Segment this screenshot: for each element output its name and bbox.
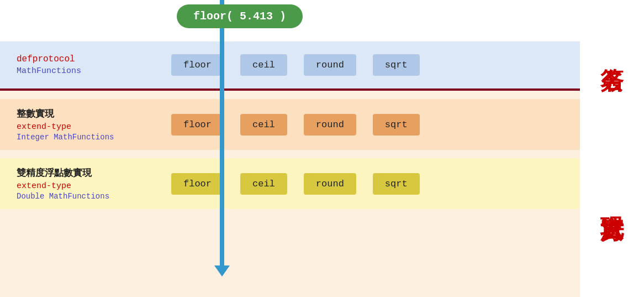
double-ceil: ceil (240, 173, 287, 195)
arrow-head (214, 265, 230, 277)
protocol-round: round (304, 54, 356, 76)
double-title: 雙精度浮點數實現 (17, 166, 160, 179)
function-call-area: floor( 5.413 ) (177, 4, 303, 28)
main-container: floor( 5.413 ) defprotocol MathFunctions… (0, 0, 644, 297)
signature-label-area: 簽名 (580, 0, 644, 99)
double-type-keyword: Double MathFunctions (17, 192, 160, 201)
function-call-badge: floor( 5.413 ) (177, 4, 303, 28)
mathfunctions-keyword: MathFunctions (17, 66, 160, 76)
protocol-label: defprotocol MathFunctions (17, 54, 160, 76)
integer-extend-keyword: extend-type (17, 122, 160, 132)
protocol-methods: floor ceil round sqrt (171, 54, 420, 76)
integer-type-keyword: Integer MathFunctions (17, 133, 160, 142)
double-round: round (304, 173, 356, 195)
integer-title: 整數實現 (17, 107, 160, 120)
implementations-container: 整數實現 extend-type Integer MathFunctions f… (0, 91, 580, 297)
integer-ceil: ceil (240, 114, 287, 136)
integer-impl-section: 整數實現 extend-type Integer MathFunctions f… (0, 99, 580, 150)
protocol-section: defprotocol MathFunctions floor ceil rou… (0, 41, 580, 88)
content-area: floor( 5.413 ) defprotocol MathFunctions… (0, 0, 580, 297)
arrow-line (220, 0, 224, 265)
vertical-flow-arrow (215, 0, 229, 297)
integer-sqrt: sqrt (373, 114, 420, 136)
double-methods: floor ceil round sqrt (171, 173, 420, 195)
integer-label: 整數實現 extend-type Integer MathFunctions (17, 107, 160, 142)
integer-methods: floor ceil round sqrt (171, 114, 420, 136)
integer-round: round (304, 114, 356, 136)
implementation-label-area: 實現方法 (580, 99, 644, 297)
protocol-ceil: ceil (240, 54, 287, 76)
right-sidebar: 簽名 實現方法 (580, 0, 644, 297)
defprotocol-keyword: defprotocol (17, 54, 160, 64)
protocol-sqrt: sqrt (373, 54, 420, 76)
double-impl-section: 雙精度浮點數實現 extend-type Double MathFunction… (0, 158, 580, 209)
double-extend-keyword: extend-type (17, 181, 160, 191)
double-sqrt: sqrt (373, 173, 420, 195)
double-label: 雙精度浮點數實現 extend-type Double MathFunction… (17, 166, 160, 201)
